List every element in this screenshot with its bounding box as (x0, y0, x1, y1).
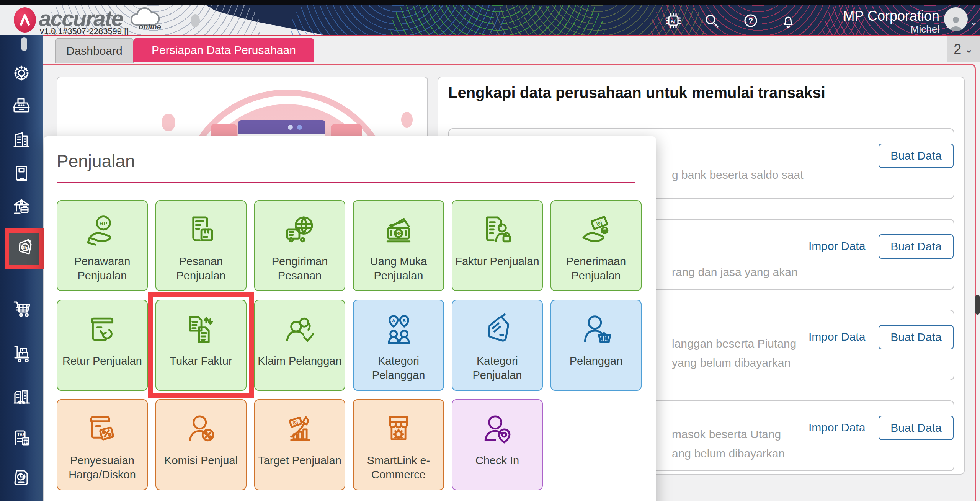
tile-penerimaan-penjualan[interactable]: [0] Penerimaan Penjualan (550, 200, 642, 291)
sidebar-highlight-box: Rp (5, 228, 44, 269)
illustration-browser-window (238, 120, 325, 134)
user-name: Michel (911, 23, 939, 35)
sidebar-item-tax[interactable]: TAX (11, 428, 32, 448)
chevron-down-icon: ⌄ (964, 43, 973, 55)
row-description: masok beserta Utang ang belum dibayarkan (672, 425, 785, 463)
tile-kategori-penjualan[interactable]: Kategori Penjualan (452, 300, 543, 391)
tile-label: Klaim Pelanggan (255, 354, 344, 368)
sidebar-item-company[interactable] (11, 129, 32, 150)
sidebar-scroll-indicator (21, 37, 27, 51)
tile-label: Kategori Pelanggan (354, 354, 443, 382)
svg-text:RP: RP (100, 220, 108, 227)
svg-text:A: A (392, 318, 395, 323)
tile-klaim-pelanggan[interactable]: Klaim Pelanggan (254, 300, 345, 391)
window-dot (297, 125, 302, 130)
tile-check-in[interactable]: Check In (452, 399, 543, 490)
tukar-faktur-highlight-box (148, 292, 254, 398)
avatar[interactable] (944, 7, 968, 31)
svg-text:TAX: TAX (17, 432, 26, 437)
tile-label: Penawaran Penjualan (57, 255, 147, 283)
sidebar: Rp TAX (0, 35, 43, 501)
help-icon[interactable]: ? (742, 12, 760, 29)
sidebar-item-cash-register[interactable] (11, 96, 32, 117)
illustration-dot (401, 112, 413, 128)
accurate-logo-icon[interactable] (14, 7, 36, 33)
header-accent-line (0, 35, 980, 36)
sidebar-item-fixed-assets[interactable] (11, 386, 32, 407)
tile-retur-penjualan[interactable]: Retur Penjualan (57, 300, 148, 391)
impor-data-link[interactable]: Impor Data (808, 421, 866, 434)
tab-dashboard[interactable]: Dashboard (55, 38, 134, 63)
tab-persiapan-data-perusahaan[interactable]: Persiapan Data Perusahaan (133, 38, 314, 62)
tab-label: Dashboard (66, 44, 122, 57)
tile-label: Pengiriman Pesanan (255, 255, 345, 283)
notifications-icon[interactable] (779, 12, 797, 29)
tile-label: Target Penjualan (256, 454, 344, 468)
impor-data-link[interactable]: Impor Data (808, 240, 866, 253)
svg-text:[0]: [0] (596, 220, 603, 226)
buat-data-button[interactable]: Buat Data (879, 416, 954, 440)
tile-penawaran-penjualan[interactable]: RP Penawaran Penjualan (57, 200, 148, 291)
tab-label: Persiapan Data Perusahaan (152, 44, 296, 57)
tile-pesanan-penjualan[interactable]: Pesanan Penjualan (155, 200, 247, 291)
tab-counter-dropdown[interactable]: 2⌄ (947, 36, 980, 62)
tile-label: Uang Muka Penjualan (354, 255, 443, 283)
svg-text:RP: RP (396, 231, 402, 236)
tile-label: Pelanggan (567, 354, 625, 368)
tile-label: Faktur Penjualan (453, 255, 541, 269)
buat-data-button[interactable]: Buat Data (879, 144, 954, 168)
sidebar-item-bank[interactable] (11, 196, 32, 217)
tile-label: Penerimaan Penjualan (551, 255, 641, 283)
sidebar-item-journal[interactable] (11, 163, 32, 183)
tile-penyesuaian-harga-diskon[interactable]: Penyesuaian Harga/Diskon (57, 399, 148, 490)
penjualan-modal: Penjualan RP Penawaran Penjualan Pesanan… (44, 136, 656, 501)
chevron-down-icon[interactable]: ⌄ (970, 16, 978, 27)
sidebar-item-purchases[interactable] (11, 298, 32, 319)
row-description-line: masok beserta Utang (672, 425, 785, 444)
tile-kategori-pelanggan[interactable]: AB Kategori Pelanggan (353, 300, 444, 391)
buat-data-button[interactable]: Buat Data (879, 234, 954, 259)
tab-bar: Dashboard Persiapan Data Perusahaan 2⌄ (0, 36, 980, 62)
sidebar-item-settings[interactable] (11, 63, 32, 83)
tile-label: Kategori Penjualan (452, 354, 542, 382)
tile-pelanggan[interactable]: Pelanggan (550, 300, 642, 391)
window-dot (288, 125, 293, 130)
tile-label: Komisi Penjual (162, 454, 240, 468)
impor-data-link[interactable]: Impor Data (808, 330, 866, 343)
tile-label: Pesanan Penjualan (156, 255, 246, 283)
panel-title: Lengkapi data perusahaan untuk memulai t… (448, 84, 825, 101)
tile-smartlink-e-commerce[interactable]: SmartLink e-Commerce (353, 399, 444, 490)
tile-uang-muka-penjualan[interactable]: RP Uang Muka Penjualan (353, 200, 444, 291)
brand-subtitle: online (139, 23, 161, 31)
window-top-strip (0, 0, 980, 5)
sidebar-item-inventory[interactable] (11, 343, 32, 364)
tab-count: 2 (954, 41, 961, 57)
row-description: g bank beserta saldo saat (672, 165, 804, 184)
modal-title: Penjualan (57, 151, 135, 171)
svg-text:Rp: Rp (23, 245, 29, 250)
tile-faktur-penjualan[interactable]: Faktur Penjualan (452, 200, 543, 291)
buat-data-button[interactable]: Buat Data (879, 325, 954, 349)
sidebar-item-reports[interactable] (11, 467, 32, 488)
row-description-line: langgan beserta Piutang (672, 334, 796, 353)
menu-tile-grid: RP Penawaran Penjualan Pesanan Penjualan… (57, 200, 642, 490)
app-header: accurate online v1.0.1#3507-2283599 [] A… (0, 5, 980, 35)
tile-label: Retur Penjualan (60, 354, 144, 368)
search-icon[interactable] (703, 12, 720, 29)
row-description-line: yang belum dibayarkan (672, 353, 796, 372)
ai-assistant-icon[interactable]: AI (665, 12, 682, 29)
illustration-dot (162, 114, 175, 131)
tile-komisi-penjual[interactable]: Komisi Penjual (155, 399, 247, 490)
tile-target-penjualan[interactable]: [0] Target Penjualan (254, 399, 345, 490)
row-description-line: ang belum dibayarkan (672, 444, 785, 463)
scrollbar-thumb[interactable] (975, 295, 980, 315)
header-dot (191, 14, 200, 27)
sidebar-item-sales[interactable]: Rp (14, 237, 34, 258)
modal-title-underline (57, 182, 635, 183)
tile-label: Penyesuaian Harga/Diskon (57, 454, 147, 482)
company-name[interactable]: MP Corporation (843, 8, 939, 24)
tile-pengiriman-pesanan[interactable]: Pengiriman Pesanan (254, 200, 345, 291)
svg-text:B: B (403, 318, 406, 323)
version-label: v1.0.1#3507-2283599 [] (40, 26, 129, 35)
svg-text:?: ? (748, 16, 753, 25)
